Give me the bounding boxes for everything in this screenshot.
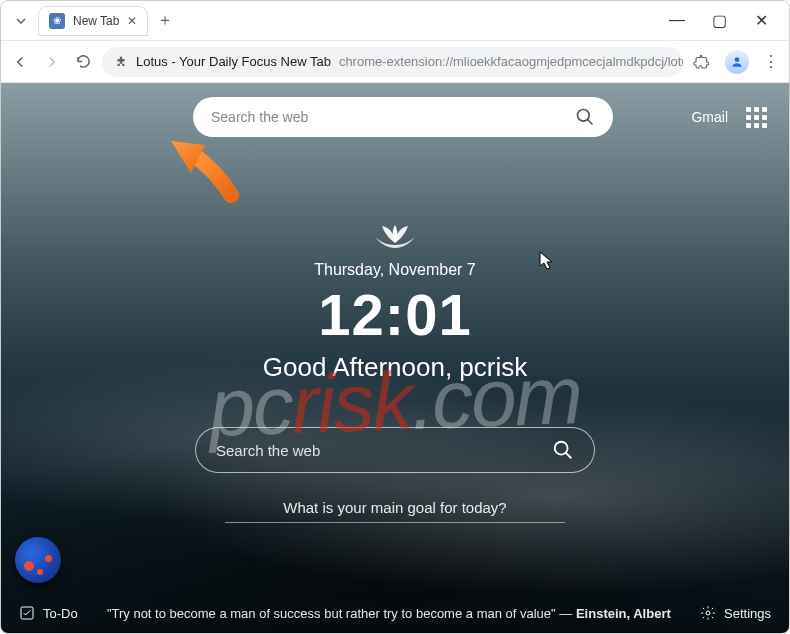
center-panel: Thursday, November 7 12:01 Good Afternoo… [1, 223, 789, 523]
omnibox-title: Lotus - Your Daily Focus New Tab [136, 54, 331, 69]
omnibox-url: chrome-extension://mlioekkfacaogmjedpmce… [339, 54, 683, 69]
search-icon [552, 439, 574, 461]
menu-button[interactable]: ⋮ [763, 52, 779, 71]
close-tab-icon[interactable]: ✕ [127, 14, 137, 28]
todo-label: To-Do [43, 606, 78, 621]
browser-window: ❀ New Tab ✕ ＋ — ▢ ✕ Lotus - Your Daily F… [0, 0, 790, 634]
new-tab-button[interactable]: ＋ [157, 10, 173, 31]
gear-icon [700, 605, 716, 621]
svg-point-0 [735, 57, 740, 62]
tab-search-dropdown[interactable] [7, 7, 35, 35]
quote-sep: — [556, 606, 576, 621]
goal-input[interactable]: What is your main goal for today? [225, 499, 565, 523]
reload-icon [75, 53, 92, 70]
arrow-right-icon [43, 53, 61, 71]
tab-favicon-icon: ❀ [49, 13, 65, 29]
assistant-fab[interactable] [15, 537, 61, 583]
svg-line-2 [588, 120, 593, 125]
back-button[interactable] [11, 53, 29, 71]
search-icon [575, 107, 595, 127]
omnibox[interactable]: Lotus - Your Daily Focus New Tab chrome-… [102, 47, 683, 77]
top-links: Gmail [691, 107, 767, 128]
top-search-bar[interactable]: Search the web [193, 97, 613, 137]
svg-point-3 [555, 442, 568, 455]
main-search-bar[interactable]: Search the web [195, 427, 595, 473]
window-controls: — ▢ ✕ [665, 11, 783, 30]
top-row: Search the web Gmail [1, 97, 789, 137]
settings-label: Settings [724, 606, 771, 621]
svg-point-1 [578, 110, 590, 122]
toolbar-right: ⋮ [693, 50, 779, 74]
close-window-button[interactable]: ✕ [749, 11, 773, 30]
tab-title: New Tab [73, 14, 119, 28]
clock-text: 12:01 [318, 281, 471, 348]
maximize-button[interactable]: ▢ [707, 11, 731, 30]
newtab-page: Search the web Gmail Thursday, November … [1, 83, 789, 633]
date-text: Thursday, November 7 [314, 261, 476, 279]
settings-button[interactable]: Settings [700, 605, 771, 621]
main-search-placeholder: Search the web [216, 442, 320, 459]
top-search-placeholder: Search the web [211, 109, 308, 125]
quote-author: Einstein, Albert [576, 606, 671, 621]
extension-icon [114, 55, 128, 69]
minimize-button[interactable]: — [665, 11, 689, 30]
apps-grid-icon[interactable] [746, 107, 767, 128]
nav-icons [11, 53, 92, 71]
svg-point-6 [706, 611, 710, 615]
lotus-logo-icon [372, 223, 418, 253]
puzzle-icon [693, 53, 711, 71]
checklist-icon [19, 605, 35, 621]
profile-avatar[interactable] [725, 50, 749, 74]
bottom-bar: To-Do "Try not to become a man of succes… [1, 605, 789, 621]
person-icon [730, 55, 744, 69]
browser-tab[interactable]: ❀ New Tab ✕ [39, 7, 147, 35]
address-bar: Lotus - Your Daily Focus New Tab chrome-… [1, 41, 789, 83]
todo-button[interactable]: To-Do [19, 605, 78, 621]
forward-button[interactable] [43, 53, 61, 71]
quote-text: "Try not to become a man of success but … [107, 606, 556, 621]
svg-line-4 [566, 453, 572, 459]
quote: "Try not to become a man of success but … [92, 606, 686, 621]
extensions-button[interactable] [693, 53, 711, 71]
titlebar: ❀ New Tab ✕ ＋ — ▢ ✕ [1, 1, 789, 41]
gmail-link[interactable]: Gmail [691, 109, 728, 125]
chevron-down-icon [15, 15, 27, 27]
arrow-left-icon [11, 53, 29, 71]
reload-button[interactable] [75, 53, 92, 70]
greeting-text: Good Afternoon, pcrisk [263, 352, 527, 383]
